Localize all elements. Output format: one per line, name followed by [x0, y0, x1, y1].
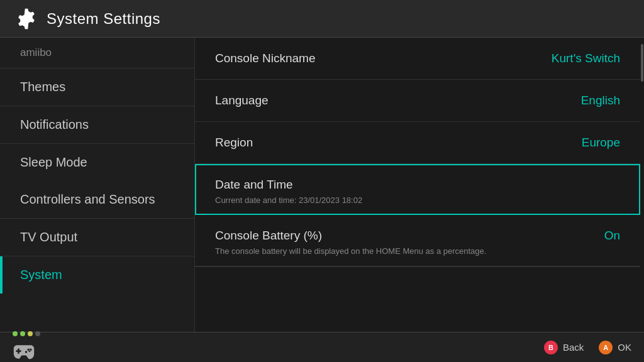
main-layout: amiibo Themes Notifications Sleep Mode C…: [0, 38, 644, 332]
console-battery-label: Console Battery (%): [215, 229, 322, 243]
console-nickname-label: Console Nickname: [215, 52, 315, 65]
dot-2: [20, 331, 25, 336]
date-time-subtext: Current date and time: 23/01/2023 18:02: [215, 195, 362, 205]
dot-3: [28, 331, 33, 336]
language-value: English: [581, 94, 620, 107]
footer-left: [13, 331, 40, 362]
a-button-icon: A: [599, 341, 613, 354]
ok-button[interactable]: A OK: [599, 341, 631, 354]
gear-icon: [15, 8, 38, 30]
setting-row-language[interactable]: Language English: [195, 80, 640, 122]
language-label: Language: [215, 94, 269, 107]
console-nickname-value: Kurt's Switch: [552, 52, 620, 65]
setting-row-region[interactable]: Region Europe: [195, 122, 640, 164]
header: System Settings: [0, 0, 644, 38]
console-battery-value: On: [604, 229, 620, 243]
back-label: Back: [563, 342, 584, 353]
setting-row-console-battery[interactable]: Console Battery (%) On The console batte…: [195, 215, 640, 267]
dot-1: [13, 331, 18, 336]
date-time-label: Date and Time: [215, 178, 293, 192]
footer-right: B Back A OK: [544, 341, 631, 354]
sidebar-item-tv-output[interactable]: TV Output: [0, 219, 194, 256]
sidebar-item-notifications[interactable]: Notifications: [0, 106, 194, 144]
setting-row-date-time[interactable]: Date and Time Current date and time: 23/…: [195, 164, 640, 215]
setting-row-console-nickname[interactable]: Console Nickname Kurt's Switch: [195, 38, 640, 80]
footer: B Back A OK: [0, 332, 644, 362]
battery-dots: [13, 331, 40, 336]
back-button[interactable]: B Back: [544, 341, 584, 354]
dot-4: [35, 331, 40, 336]
controller-icon: [13, 341, 35, 362]
scrollbar[interactable]: [640, 38, 644, 332]
console-battery-description: The console battery will be displayed on…: [215, 246, 486, 256]
ok-label: OK: [618, 342, 631, 353]
region-label: Region: [215, 136, 253, 150]
sidebar: amiibo Themes Notifications Sleep Mode C…: [0, 38, 195, 332]
content-panel: Console Nickname Kurt's Switch Language …: [195, 38, 640, 332]
sidebar-item-system[interactable]: System: [0, 256, 194, 293]
sidebar-item-controllers[interactable]: Controllers and Sensors: [0, 181, 194, 219]
b-button-icon: B: [544, 341, 558, 354]
sidebar-item-amiibo[interactable]: amiibo: [0, 38, 194, 69]
sidebar-item-themes[interactable]: Themes: [0, 69, 194, 106]
region-value: Europe: [582, 136, 620, 150]
page-title: System Settings: [47, 10, 160, 28]
sidebar-item-sleep-mode[interactable]: Sleep Mode: [0, 144, 194, 181]
